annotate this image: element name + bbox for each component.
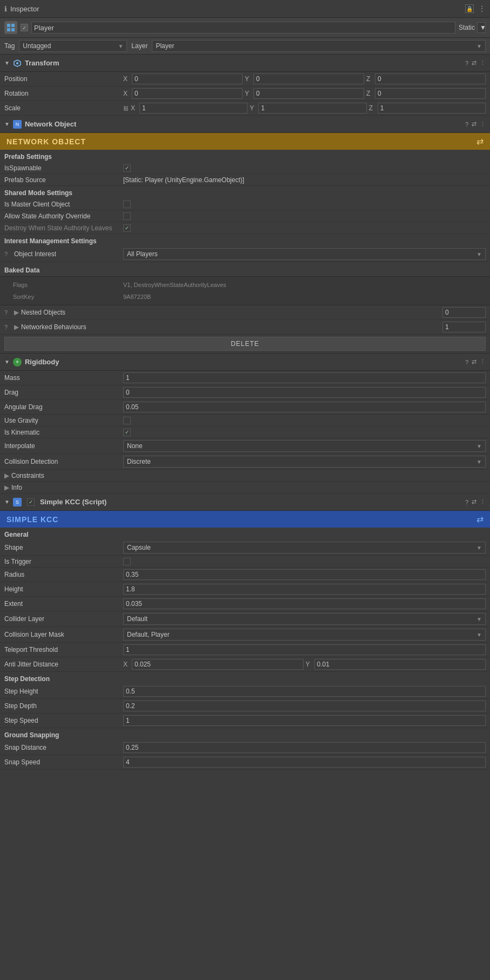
networked-behaviours-input[interactable] <box>442 322 486 332</box>
simple-kcc-settings-icon[interactable]: ⇄ <box>472 498 476 505</box>
tag-dropdown[interactable]: Untagged ▼ <box>19 40 127 52</box>
drag-input[interactable] <box>123 387 486 398</box>
step-speed-input[interactable] <box>123 715 486 726</box>
constraints-label: Constraints <box>11 472 486 479</box>
transform-more-icon[interactable]: ⋮ <box>480 59 486 66</box>
networked-behaviours-help-icon: ? <box>4 324 12 330</box>
layer-dropdown[interactable]: Player ▼ <box>152 40 486 52</box>
is-kinematic-checkbox[interactable]: ✓ <box>123 429 131 436</box>
networked-fold-icon[interactable]: ▶ <box>14 323 19 331</box>
is-master-checkbox[interactable] <box>123 201 131 208</box>
interest-title: Interest Management Settings <box>4 237 97 245</box>
lock-icon[interactable]: 🔒 <box>465 4 474 13</box>
rigidbody-more-icon[interactable]: ⋮ <box>480 358 486 365</box>
transform-fold-icon[interactable]: ▼ <box>4 60 10 66</box>
collision-layer-mask-dropdown[interactable]: Default, Player ▼ <box>123 629 486 641</box>
snap-speed-row: Snap Speed <box>0 755 490 770</box>
is-trigger-checkbox[interactable] <box>123 558 131 565</box>
constraints-fold-icon[interactable]: ▶ <box>4 472 9 479</box>
mass-row: Mass <box>0 371 490 385</box>
angular-drag-input[interactable] <box>123 402 486 412</box>
destroy-when-checkbox[interactable]: ✓ <box>123 224 131 232</box>
rigidbody-fold-icon[interactable]: ▼ <box>4 359 10 365</box>
collision-detection-arrow-icon: ▼ <box>476 459 482 465</box>
snap-distance-input[interactable] <box>123 742 486 753</box>
sortkey-row: SortKey 9A87220B <box>4 291 486 303</box>
collision-detection-dropdown[interactable]: Discrete ▼ <box>123 456 486 468</box>
shape-arrow-icon: ▼ <box>476 545 482 551</box>
nested-fold-icon[interactable]: ▶ <box>14 309 19 316</box>
static-dropdown[interactable]: ▼ <box>477 22 486 33</box>
snap-speed-input[interactable] <box>123 757 486 768</box>
interpolate-dropdown[interactable]: None ▼ <box>123 440 486 452</box>
tag-label: Tag <box>4 42 15 50</box>
simple-kcc-more-icon[interactable]: ⋮ <box>480 498 486 505</box>
shape-dropdown[interactable]: Capsule ▼ <box>123 542 486 554</box>
scale-link-icon[interactable]: ⛓ <box>123 105 129 111</box>
network-object-banner: NETWORK OBJECT ⇄ <box>0 133 490 150</box>
network-object-fold-icon[interactable]: ▼ <box>4 121 10 127</box>
collider-layer-arrow-icon: ▼ <box>476 616 482 622</box>
simple-kcc-help-icon[interactable]: ? <box>465 499 468 505</box>
scale-x-input[interactable] <box>139 103 247 114</box>
extent-input[interactable] <box>123 598 486 609</box>
pos-z-label: Z <box>366 75 373 83</box>
rigidbody-settings-icon[interactable]: ⇄ <box>472 358 476 365</box>
step-depth-input[interactable] <box>123 701 486 711</box>
simple-kcc-script-icon: S <box>13 498 22 506</box>
step-depth-row: Step Depth <box>0 699 490 714</box>
anti-jitter-x-input[interactable] <box>132 659 304 670</box>
scale-y-input[interactable] <box>258 103 366 114</box>
network-settings-icon[interactable]: ⇄ <box>472 121 476 128</box>
collider-layer-dropdown[interactable]: Default ▼ <box>123 613 486 625</box>
simple-kcc-fold-icon[interactable]: ▼ <box>4 499 10 505</box>
prefab-source-label: Prefab Source <box>4 176 123 184</box>
anti-jitter-y-label: Y <box>306 661 312 668</box>
anti-jitter-y-input[interactable] <box>314 659 486 670</box>
info-fold-icon[interactable]: ▶ <box>4 484 9 491</box>
nested-objects-input[interactable] <box>442 307 486 318</box>
network-more-icon[interactable]: ⋮ <box>480 121 486 128</box>
scale-z-input[interactable] <box>378 103 486 114</box>
transform-help-icon[interactable]: ? <box>465 60 468 66</box>
height-input[interactable] <box>123 584 486 595</box>
network-help-icon[interactable]: ? <box>465 121 468 128</box>
transform-settings-icon[interactable]: ⇄ <box>472 59 476 66</box>
rotation-z-input[interactable] <box>375 88 486 99</box>
kcc-banner-title: SIMPLE KCC <box>6 515 58 524</box>
interpolate-row: Interpolate None ▼ <box>0 438 490 454</box>
rigidbody-help-icon[interactable]: ? <box>465 359 468 365</box>
prefab-settings-title: Prefab Settings <box>4 153 52 161</box>
drag-label: Drag <box>4 389 123 396</box>
radius-input[interactable] <box>123 569 486 580</box>
height-label: Height <box>4 585 123 593</box>
scale-xyz: ⛓ X Y Z <box>123 103 486 114</box>
simple-kcc-section-header: ▼ S ✓ Simple KCC (Script) ? ⇄ ⋮ <box>0 494 490 511</box>
position-z-input[interactable] <box>375 74 486 84</box>
layer-label: Layer <box>131 42 147 50</box>
gameobject-active-checkbox[interactable]: ✓ <box>21 24 28 31</box>
simple-kcc-active-checkbox[interactable]: ✓ <box>27 498 35 506</box>
allow-state-checkbox[interactable] <box>123 212 131 220</box>
scale-z-label: Z <box>369 104 375 112</box>
mass-input[interactable] <box>123 372 486 383</box>
network-object-section-header: ▼ N Network Object ? ⇄ ⋮ <box>0 116 490 133</box>
nested-objects-label: Nested Objects <box>21 309 440 316</box>
step-height-input[interactable] <box>123 686 486 697</box>
use-gravity-checkbox[interactable] <box>123 417 131 424</box>
object-interest-dropdown[interactable]: All Players ▼ <box>123 248 486 260</box>
position-y-input[interactable] <box>253 74 364 84</box>
collider-layer-row: Collider Layer Default ▼ <box>0 611 490 627</box>
use-gravity-row: Use Gravity <box>0 415 490 426</box>
object-interest-help-icon: ? <box>4 251 12 257</box>
delete-button[interactable]: DELETE <box>4 337 486 351</box>
is-spawnable-label: IsSpawnable <box>4 164 123 172</box>
is-spawnable-checkbox[interactable]: ✓ <box>123 164 131 172</box>
position-x-input[interactable] <box>132 74 243 84</box>
scale-x-label: X <box>131 104 137 112</box>
more-icon[interactable]: ⋮ <box>478 4 486 13</box>
rotation-x-input[interactable] <box>132 88 243 99</box>
gameobject-name-input[interactable] <box>31 22 455 34</box>
rotation-y-input[interactable] <box>253 88 364 99</box>
teleport-threshold-input[interactable] <box>123 644 486 655</box>
